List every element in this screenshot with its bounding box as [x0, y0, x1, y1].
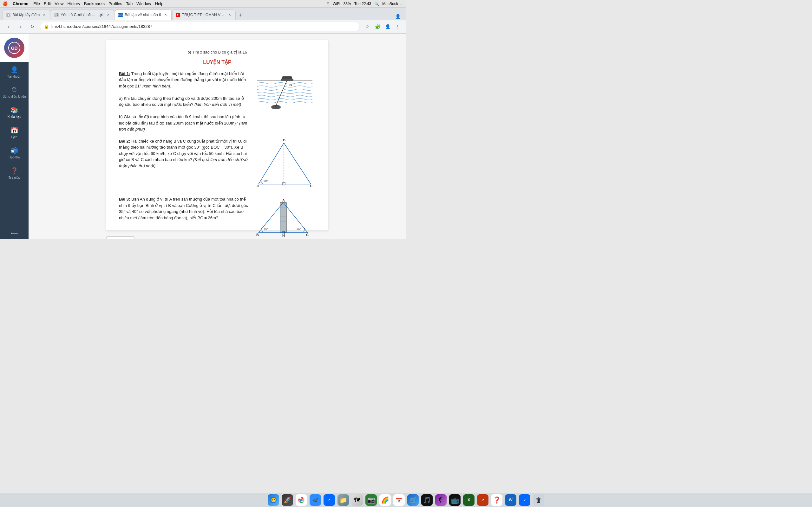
sidebar-item-help[interactable]: ❓ Trợ giúp [0, 163, 29, 183]
macbook-name: MacBook_... [382, 2, 403, 6]
bookmark-star-icon[interactable]: ☆ [363, 22, 372, 31]
svg-line-25 [258, 203, 283, 233]
tab-4-close[interactable]: ✕ [227, 12, 232, 17]
page-content: b) Tìm x sao cho B có giá trị là 16 LUYỆ… [29, 34, 406, 239]
exercise-1-content: Bài 1: Trong buổi tập luyện, một tàu ngầ… [119, 71, 316, 132]
exercise-3-figure: A 35° [252, 196, 316, 239]
menu-window[interactable]: Window [136, 1, 151, 6]
svg-text:B: B [283, 138, 286, 142]
apple-menu[interactable]: 🍎 [3, 1, 8, 6]
svg-text:B: B [256, 233, 259, 237]
main-area: GD 👤 Tài khoản ⏱ Bảng điều khiển 📚 Khóa … [0, 34, 406, 239]
svg-text:21°: 21° [289, 83, 294, 87]
exercise-2-figure: 30° B O C [252, 138, 316, 191]
dashboard-icon: ⏱ [11, 86, 17, 94]
svg-text:A: A [282, 199, 285, 202]
app-name: Chrome [13, 1, 28, 6]
control-center-icon[interactable]: ⊞ [326, 2, 329, 6]
tab-3-title: Bài tập về nhà tuần 6 [125, 13, 161, 17]
exercise-1-part-b: b) Giả sử tốc độ trung bình của tàu là 9… [119, 114, 247, 131]
url-text: lms4.hcm.edu.vn/courses/218447/assignmen… [51, 24, 356, 29]
exercise-3: Bài 3: Bạn An đứng ở vị trí A trên sân t… [119, 196, 316, 239]
menu-file[interactable]: File [33, 1, 40, 6]
menu-view[interactable]: View [55, 1, 63, 6]
sidebar-logo: GD [0, 34, 29, 62]
tab-3[interactable]: LMS Bài tập về nhà tuần 6 ✕ [115, 9, 171, 20]
tab-bar-profile[interactable]: 👤 [395, 13, 401, 20]
tab-1-favicon: 📋 [6, 13, 10, 17]
forward-button[interactable]: › [16, 22, 25, 31]
tab-3-favicon: LMS [118, 13, 123, 17]
menu-bookmarks[interactable]: Bookmarks [84, 1, 105, 6]
courses-icon: 📚 [10, 106, 18, 114]
sidebar-item-account[interactable]: 👤 Tài khoản [0, 62, 29, 82]
svg-text:H: H [282, 233, 285, 237]
tab-2-title: Yêu Là Cười (Lofi Version) [61, 13, 97, 17]
help-icon: ❓ [10, 167, 18, 175]
exercise-2-title: Bài 2: [119, 139, 130, 144]
wifi-icon[interactable]: WiFi [333, 2, 340, 6]
sidebar-collapse-button[interactable]: ⟵ [0, 227, 29, 239]
menu-edit[interactable]: Edit [44, 1, 51, 6]
svg-line-26 [283, 203, 308, 233]
sidebar-item-dashboard[interactable]: ⏱ Bảng điều khiển [0, 82, 29, 102]
menu-help[interactable]: Help [155, 1, 164, 6]
tab-1[interactable]: 📋 Bài tập lấy điểm ✕ [3, 9, 50, 20]
svg-line-10 [258, 143, 284, 184]
account-icon: 👤 [10, 66, 18, 73]
clock: Tue 22:43 [354, 2, 371, 6]
courses-label: Khóa học [8, 115, 21, 119]
exercise-1-title: Bài 1: [119, 71, 130, 76]
extension-icon[interactable]: 🧩 [373, 22, 382, 31]
svg-text:C: C [310, 184, 312, 188]
tab-2-close[interactable]: ✕ [106, 12, 111, 17]
exercise-2-text: Bài 2: Hai chiếc xe chở hàng B và C cùng… [119, 138, 249, 191]
tab-1-close[interactable]: ✕ [42, 12, 47, 17]
exercise-2: Bài 2: Hai chiếc xe chở hàng B và C cùng… [119, 138, 316, 191]
mac-menubar: 🍎 Chrome File Edit View History Bookmark… [0, 0, 406, 8]
svg-text:35°: 35° [264, 228, 268, 231]
school-logo: GD [4, 38, 24, 58]
calendar-icon: 📅 [10, 126, 18, 134]
tab-2-favicon: 🎵 [54, 13, 59, 17]
dashboard-label: Bảng điều khiển [3, 95, 26, 99]
lock-icon: 🔒 [44, 24, 49, 29]
url-bar[interactable]: 🔒 lms4.hcm.edu.vn/courses/218447/assignm… [40, 22, 360, 32]
chrome-window: 📋 Bài tập lấy điểm ✕ 🎵 Yêu Là Cười (Lofi… [0, 8, 406, 239]
address-bar: ‹ › ↻ 🔒 lms4.hcm.edu.vn/courses/218447/a… [0, 20, 406, 34]
svg-text:O: O [257, 184, 259, 188]
exercise-2-content: Bài 2: Hai chiếc xe chở hàng B và C cùng… [119, 138, 316, 191]
exercise-1-text: Bài 1: Trong buổi tập luyện, một tàu ngầ… [119, 71, 249, 132]
new-tab-button[interactable]: + [236, 11, 245, 20]
reload-button[interactable]: ↻ [28, 22, 37, 31]
exercise-3-title: Bài 3: [119, 197, 130, 202]
account-label: Tài khoản [7, 75, 21, 78]
sidebar-item-calendar[interactable]: 📅 Lịch [0, 123, 29, 143]
exercise-1-figure: 21° [252, 71, 316, 132]
tab-1-title: Bài tập lấy điểm [12, 13, 40, 17]
more-options-icon[interactable]: ⋮ [393, 22, 402, 31]
svg-text:GD: GD [11, 46, 18, 51]
exercise-3-text: Bài 3: Bạn An đứng ở vị trí A trên sân t… [119, 196, 249, 239]
menu-history[interactable]: History [67, 1, 80, 6]
exercise-1: Bài 1: Trong buổi tập luyện, một tàu ngầ… [119, 71, 316, 132]
status-icons: ⊞ WiFi 33% Tue 22:43 🔍 MacBook_... [326, 2, 403, 6]
back-button[interactable]: ‹ [4, 22, 13, 31]
menu-tab[interactable]: Tab [126, 1, 133, 6]
tab-2[interactable]: 🎵 Yêu Là Cười (Lofi Version) 🔊 ✕ [51, 9, 114, 20]
spotlight-icon[interactable]: 🔍 [374, 2, 379, 6]
svg-text:C: C [306, 233, 309, 237]
section-title: LUYỆN TẬP [119, 59, 316, 66]
sidebar-item-courses[interactable]: 📚 Khóa học [0, 102, 29, 123]
exercise-3-content: Bài 3: Bạn An đứng ở vị trí A trên sân t… [119, 196, 316, 239]
profile-icon[interactable]: 👤 [383, 22, 392, 31]
help-label: Trợ giúp [9, 176, 20, 180]
tab-4-favicon: ▶ [176, 13, 180, 17]
svg-rect-19 [280, 203, 287, 233]
tab-4[interactable]: ▶ TRỰC TIẾP | OMAN VS VIỆT N... ✕ [172, 9, 236, 20]
sidebar-item-inbox[interactable]: 📬 Hộp thư [0, 143, 29, 163]
tab-3-close[interactable]: ✕ [163, 12, 168, 17]
inbox-label: Hộp thư [9, 156, 20, 159]
menu-profiles[interactable]: Profiles [108, 1, 122, 6]
svg-line-12 [284, 143, 311, 184]
